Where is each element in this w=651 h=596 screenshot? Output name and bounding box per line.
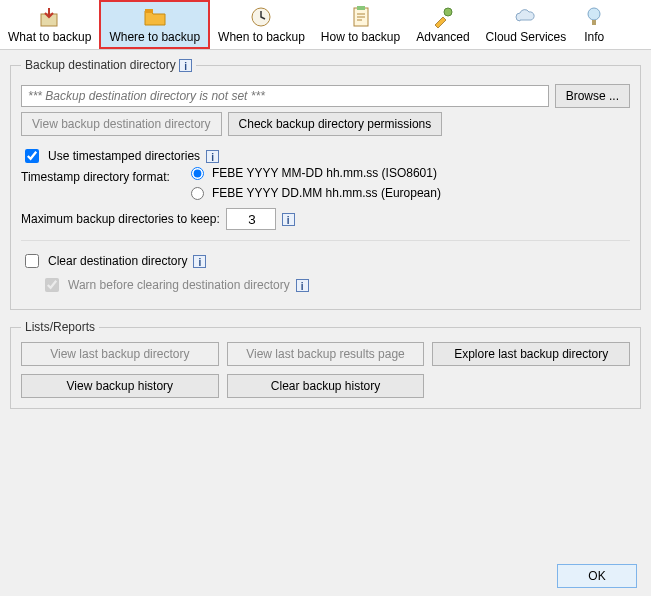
tab-advanced[interactable]: Advanced [408, 0, 477, 49]
view-destination-button: View backup destination directory [21, 112, 222, 136]
tab-label: What to backup [8, 30, 91, 44]
tab-bar: What to backup Where to backup When to b… [0, 0, 651, 50]
destination-path-input[interactable] [21, 85, 549, 107]
tab-info[interactable]: Info [574, 0, 614, 49]
max-directories-input[interactable] [226, 208, 276, 230]
svg-point-5 [444, 8, 452, 16]
clear-destination-checkbox[interactable]: Clear destination directory [21, 251, 187, 271]
view-last-results-button: View last backup results page [227, 342, 425, 366]
clear-backup-history-button[interactable]: Clear backup history [227, 374, 425, 398]
clock-icon [249, 5, 273, 29]
use-timestamped-input[interactable] [25, 149, 39, 163]
use-timestamped-checkbox[interactable]: Use timestamped directories [21, 146, 200, 166]
svg-rect-4 [357, 6, 365, 10]
tab-label: Cloud Services [486, 30, 567, 44]
checkbox-label: Warn before clearing destination directo… [68, 278, 290, 292]
tab-how-to-backup[interactable]: How to backup [313, 0, 408, 49]
radio-label: FEBE YYYY MM-DD hh.mm.ss (ISO8601) [212, 166, 437, 180]
group-legend: Lists/Reports [21, 320, 99, 334]
info-icon[interactable]: i [179, 59, 192, 72]
format-european-radio[interactable] [191, 187, 204, 200]
legend-text: Backup destination directory [25, 58, 176, 72]
tab-label: Where to backup [109, 30, 200, 44]
info-icon[interactable]: i [296, 279, 309, 292]
content-area: Backup destination directory i Browse ..… [0, 50, 651, 427]
timestamp-format-label: Timestamp directory format: [21, 170, 191, 184]
tools-icon [431, 5, 455, 29]
tab-label: When to backup [218, 30, 305, 44]
ok-button[interactable]: OK [557, 564, 637, 588]
tab-label: Info [584, 30, 604, 44]
folder-icon [143, 5, 167, 29]
radio-label: FEBE YYYY DD.MM hh.mm.ss (European) [212, 186, 441, 200]
max-directories-label: Maximum backup directories to keep: [21, 212, 220, 226]
clipboard-icon [349, 5, 373, 29]
lists-reports-group: Lists/Reports View last backup directory… [10, 320, 641, 409]
lightbulb-icon [582, 5, 606, 29]
checkbox-label: Use timestamped directories [48, 149, 200, 163]
clear-destination-input[interactable] [25, 254, 39, 268]
svg-rect-7 [592, 20, 596, 25]
svg-point-6 [588, 8, 600, 20]
view-backup-history-button[interactable]: View backup history [21, 374, 219, 398]
tab-label: Advanced [416, 30, 469, 44]
warn-before-clearing-checkbox: Warn before clearing destination directo… [41, 275, 290, 295]
tab-cloud-services[interactable]: Cloud Services [478, 0, 575, 49]
check-permissions-button[interactable]: Check backup directory permissions [228, 112, 443, 136]
backup-destination-group: Backup destination directory i Browse ..… [10, 58, 641, 310]
footer: OK [557, 564, 637, 588]
svg-rect-1 [145, 9, 153, 13]
box-arrow-icon [38, 5, 62, 29]
browse-button[interactable]: Browse ... [555, 84, 630, 108]
info-icon[interactable]: i [193, 255, 206, 268]
tab-what-to-backup[interactable]: What to backup [0, 0, 99, 49]
cloud-icon [514, 5, 538, 29]
info-icon[interactable]: i [282, 213, 295, 226]
warn-before-clearing-input [45, 278, 59, 292]
tab-label: How to backup [321, 30, 400, 44]
format-iso-radio[interactable] [191, 167, 204, 180]
group-legend: Backup destination directory i [21, 58, 196, 72]
checkbox-label: Clear destination directory [48, 254, 187, 268]
tab-when-to-backup[interactable]: When to backup [210, 0, 313, 49]
tab-where-to-backup[interactable]: Where to backup [99, 0, 210, 49]
info-icon[interactable]: i [206, 150, 219, 163]
explore-last-backup-dir-button[interactable]: Explore last backup directory [432, 342, 630, 366]
view-last-backup-dir-button: View last backup directory [21, 342, 219, 366]
